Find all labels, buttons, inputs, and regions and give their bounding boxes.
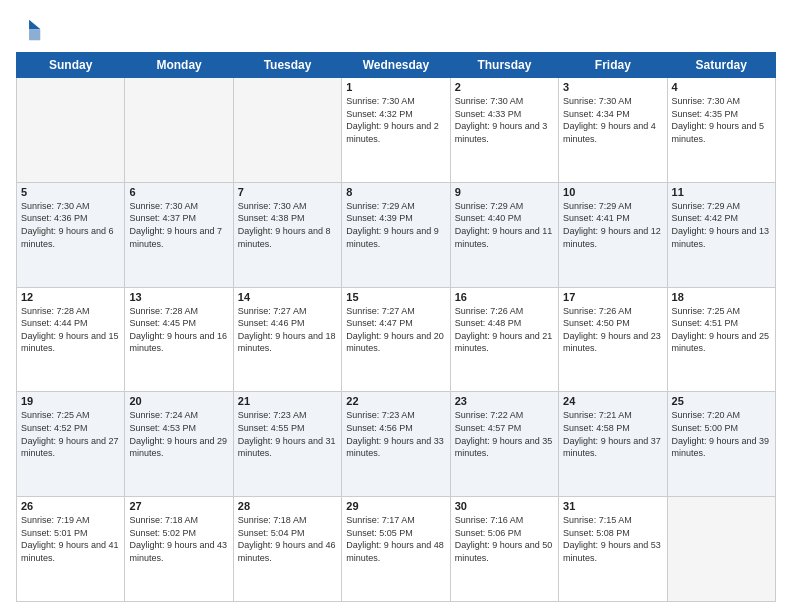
calendar-cell: 23Sunrise: 7:22 AM Sunset: 4:57 PM Dayli… <box>450 392 558 497</box>
day-number: 20 <box>129 395 228 407</box>
day-info: Sunrise: 7:30 AM Sunset: 4:38 PM Dayligh… <box>238 200 337 250</box>
day-number: 25 <box>672 395 771 407</box>
day-number: 28 <box>238 500 337 512</box>
calendar-cell: 5Sunrise: 7:30 AM Sunset: 4:36 PM Daylig… <box>17 182 125 287</box>
day-number: 7 <box>238 186 337 198</box>
day-number: 3 <box>563 81 662 93</box>
calendar-table: SundayMondayTuesdayWednesdayThursdayFrid… <box>16 52 776 602</box>
day-number: 13 <box>129 291 228 303</box>
day-info: Sunrise: 7:30 AM Sunset: 4:36 PM Dayligh… <box>21 200 120 250</box>
day-info: Sunrise: 7:16 AM Sunset: 5:06 PM Dayligh… <box>455 514 554 564</box>
day-info: Sunrise: 7:28 AM Sunset: 4:45 PM Dayligh… <box>129 305 228 355</box>
day-number: 18 <box>672 291 771 303</box>
day-number: 12 <box>21 291 120 303</box>
day-number: 10 <box>563 186 662 198</box>
day-number: 26 <box>21 500 120 512</box>
calendar-week-row: 1Sunrise: 7:30 AM Sunset: 4:32 PM Daylig… <box>17 78 776 183</box>
calendar-day-header: Thursday <box>450 53 558 78</box>
day-info: Sunrise: 7:18 AM Sunset: 5:04 PM Dayligh… <box>238 514 337 564</box>
calendar-cell: 21Sunrise: 7:23 AM Sunset: 4:55 PM Dayli… <box>233 392 341 497</box>
day-info: Sunrise: 7:24 AM Sunset: 4:53 PM Dayligh… <box>129 409 228 459</box>
day-number: 17 <box>563 291 662 303</box>
calendar-cell <box>667 497 775 602</box>
calendar-cell: 7Sunrise: 7:30 AM Sunset: 4:38 PM Daylig… <box>233 182 341 287</box>
day-info: Sunrise: 7:18 AM Sunset: 5:02 PM Dayligh… <box>129 514 228 564</box>
logo-icon <box>16 16 44 44</box>
day-number: 30 <box>455 500 554 512</box>
calendar-day-header: Saturday <box>667 53 775 78</box>
calendar-day-header: Friday <box>559 53 667 78</box>
calendar-cell: 14Sunrise: 7:27 AM Sunset: 4:46 PM Dayli… <box>233 287 341 392</box>
day-info: Sunrise: 7:25 AM Sunset: 4:51 PM Dayligh… <box>672 305 771 355</box>
day-number: 22 <box>346 395 445 407</box>
day-info: Sunrise: 7:20 AM Sunset: 5:00 PM Dayligh… <box>672 409 771 459</box>
day-number: 5 <box>21 186 120 198</box>
calendar-day-header: Sunday <box>17 53 125 78</box>
day-info: Sunrise: 7:28 AM Sunset: 4:44 PM Dayligh… <box>21 305 120 355</box>
calendar-day-header: Wednesday <box>342 53 450 78</box>
calendar-cell: 19Sunrise: 7:25 AM Sunset: 4:52 PM Dayli… <box>17 392 125 497</box>
calendar-cell <box>17 78 125 183</box>
svg-marker-1 <box>29 29 40 40</box>
calendar-cell: 13Sunrise: 7:28 AM Sunset: 4:45 PM Dayli… <box>125 287 233 392</box>
day-number: 21 <box>238 395 337 407</box>
day-number: 19 <box>21 395 120 407</box>
calendar-cell: 4Sunrise: 7:30 AM Sunset: 4:35 PM Daylig… <box>667 78 775 183</box>
logo <box>16 16 48 44</box>
calendar-cell: 22Sunrise: 7:23 AM Sunset: 4:56 PM Dayli… <box>342 392 450 497</box>
day-number: 6 <box>129 186 228 198</box>
svg-marker-0 <box>29 20 40 29</box>
day-info: Sunrise: 7:30 AM Sunset: 4:34 PM Dayligh… <box>563 95 662 145</box>
calendar-cell: 26Sunrise: 7:19 AM Sunset: 5:01 PM Dayli… <box>17 497 125 602</box>
day-number: 16 <box>455 291 554 303</box>
day-number: 27 <box>129 500 228 512</box>
calendar-cell: 1Sunrise: 7:30 AM Sunset: 4:32 PM Daylig… <box>342 78 450 183</box>
calendar-cell: 20Sunrise: 7:24 AM Sunset: 4:53 PM Dayli… <box>125 392 233 497</box>
calendar-cell: 10Sunrise: 7:29 AM Sunset: 4:41 PM Dayli… <box>559 182 667 287</box>
header <box>16 16 776 44</box>
calendar-week-row: 26Sunrise: 7:19 AM Sunset: 5:01 PM Dayli… <box>17 497 776 602</box>
day-info: Sunrise: 7:29 AM Sunset: 4:41 PM Dayligh… <box>563 200 662 250</box>
day-info: Sunrise: 7:29 AM Sunset: 4:42 PM Dayligh… <box>672 200 771 250</box>
day-info: Sunrise: 7:26 AM Sunset: 4:50 PM Dayligh… <box>563 305 662 355</box>
day-info: Sunrise: 7:29 AM Sunset: 4:39 PM Dayligh… <box>346 200 445 250</box>
day-info: Sunrise: 7:27 AM Sunset: 4:46 PM Dayligh… <box>238 305 337 355</box>
day-info: Sunrise: 7:30 AM Sunset: 4:35 PM Dayligh… <box>672 95 771 145</box>
calendar-cell: 11Sunrise: 7:29 AM Sunset: 4:42 PM Dayli… <box>667 182 775 287</box>
day-number: 1 <box>346 81 445 93</box>
calendar-cell <box>125 78 233 183</box>
calendar-header-row: SundayMondayTuesdayWednesdayThursdayFrid… <box>17 53 776 78</box>
calendar-cell: 17Sunrise: 7:26 AM Sunset: 4:50 PM Dayli… <box>559 287 667 392</box>
calendar-cell: 31Sunrise: 7:15 AM Sunset: 5:08 PM Dayli… <box>559 497 667 602</box>
calendar-cell: 25Sunrise: 7:20 AM Sunset: 5:00 PM Dayli… <box>667 392 775 497</box>
day-number: 11 <box>672 186 771 198</box>
day-number: 8 <box>346 186 445 198</box>
day-number: 14 <box>238 291 337 303</box>
calendar-cell: 8Sunrise: 7:29 AM Sunset: 4:39 PM Daylig… <box>342 182 450 287</box>
day-info: Sunrise: 7:22 AM Sunset: 4:57 PM Dayligh… <box>455 409 554 459</box>
calendar-cell: 29Sunrise: 7:17 AM Sunset: 5:05 PM Dayli… <box>342 497 450 602</box>
day-info: Sunrise: 7:23 AM Sunset: 4:55 PM Dayligh… <box>238 409 337 459</box>
calendar-cell: 18Sunrise: 7:25 AM Sunset: 4:51 PM Dayli… <box>667 287 775 392</box>
day-number: 31 <box>563 500 662 512</box>
day-number: 2 <box>455 81 554 93</box>
day-number: 15 <box>346 291 445 303</box>
calendar-week-row: 19Sunrise: 7:25 AM Sunset: 4:52 PM Dayli… <box>17 392 776 497</box>
day-info: Sunrise: 7:17 AM Sunset: 5:05 PM Dayligh… <box>346 514 445 564</box>
day-number: 29 <box>346 500 445 512</box>
calendar-cell: 3Sunrise: 7:30 AM Sunset: 4:34 PM Daylig… <box>559 78 667 183</box>
day-info: Sunrise: 7:25 AM Sunset: 4:52 PM Dayligh… <box>21 409 120 459</box>
calendar-cell: 2Sunrise: 7:30 AM Sunset: 4:33 PM Daylig… <box>450 78 558 183</box>
calendar-week-row: 5Sunrise: 7:30 AM Sunset: 4:36 PM Daylig… <box>17 182 776 287</box>
day-info: Sunrise: 7:30 AM Sunset: 4:32 PM Dayligh… <box>346 95 445 145</box>
day-number: 23 <box>455 395 554 407</box>
calendar-cell: 27Sunrise: 7:18 AM Sunset: 5:02 PM Dayli… <box>125 497 233 602</box>
day-number: 24 <box>563 395 662 407</box>
calendar-cell: 24Sunrise: 7:21 AM Sunset: 4:58 PM Dayli… <box>559 392 667 497</box>
day-info: Sunrise: 7:30 AM Sunset: 4:37 PM Dayligh… <box>129 200 228 250</box>
calendar-cell: 9Sunrise: 7:29 AM Sunset: 4:40 PM Daylig… <box>450 182 558 287</box>
calendar-cell: 12Sunrise: 7:28 AM Sunset: 4:44 PM Dayli… <box>17 287 125 392</box>
calendar-cell: 30Sunrise: 7:16 AM Sunset: 5:06 PM Dayli… <box>450 497 558 602</box>
day-number: 9 <box>455 186 554 198</box>
calendar-cell: 28Sunrise: 7:18 AM Sunset: 5:04 PM Dayli… <box>233 497 341 602</box>
